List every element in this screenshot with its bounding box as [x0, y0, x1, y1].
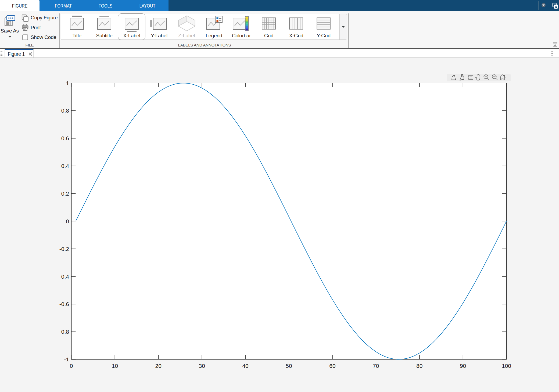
svg-text:-0.6: -0.6 [59, 301, 69, 307]
svg-text:0.6: 0.6 [61, 135, 69, 141]
svg-text:100: 100 [502, 363, 511, 369]
svg-text:10: 10 [112, 363, 118, 369]
svg-text:-0.4: -0.4 [59, 274, 69, 280]
svg-text:0: 0 [66, 218, 69, 224]
svg-text:80: 80 [416, 363, 422, 369]
svg-text:70: 70 [373, 363, 379, 369]
svg-text:0.2: 0.2 [61, 190, 69, 197]
svg-text:0: 0 [70, 363, 73, 369]
svg-text:1: 1 [66, 80, 69, 86]
svg-text:-0.8: -0.8 [59, 329, 69, 335]
svg-text:60: 60 [329, 363, 335, 369]
svg-text:0.4: 0.4 [61, 163, 69, 169]
svg-text:20: 20 [155, 363, 162, 369]
svg-text:90: 90 [460, 363, 466, 369]
svg-text:50: 50 [286, 363, 292, 369]
svg-text:-1: -1 [64, 356, 69, 362]
svg-text:0.8: 0.8 [61, 107, 69, 114]
svg-text:-0.2: -0.2 [59, 246, 69, 252]
svg-text:30: 30 [199, 363, 205, 369]
svg-text:40: 40 [242, 363, 248, 369]
